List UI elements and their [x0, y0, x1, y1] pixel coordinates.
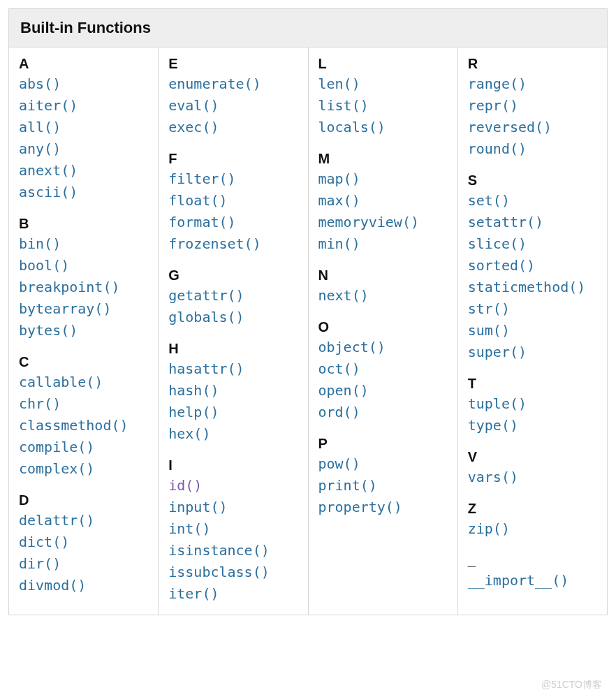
- function-link[interactable]: anext(): [19, 160, 148, 182]
- table-title: Built-in Functions: [9, 9, 608, 47]
- table-column: Aabs()aiter()all()any()anext()ascii()Bbi…: [9, 47, 159, 615]
- function-link[interactable]: repr(): [468, 95, 597, 117]
- letter-heading: _: [468, 552, 597, 568]
- builtin-functions-table: Built-in Functions Aabs()aiter()all()any…: [8, 8, 608, 615]
- function-link[interactable]: float(): [168, 190, 298, 212]
- function-link[interactable]: all(): [19, 117, 148, 138]
- letter-heading: B: [19, 216, 148, 232]
- function-link[interactable]: oct(): [318, 358, 448, 380]
- function-link[interactable]: str(): [468, 298, 597, 320]
- function-link[interactable]: chr(): [19, 393, 148, 415]
- function-link[interactable]: classmethod(): [19, 415, 148, 436]
- function-link[interactable]: issubclass(): [168, 562, 298, 583]
- letter-heading: Z: [468, 501, 597, 517]
- letter-heading: A: [19, 56, 148, 72]
- function-link[interactable]: pow(): [318, 453, 448, 475]
- function-link[interactable]: bool(): [19, 255, 148, 277]
- letter-heading: P: [318, 436, 448, 452]
- function-link[interactable]: set(): [468, 190, 597, 212]
- function-link[interactable]: super(): [468, 342, 597, 363]
- function-link[interactable]: open(): [318, 380, 448, 402]
- function-link[interactable]: hasattr(): [168, 358, 298, 380]
- letter-heading: C: [19, 354, 148, 370]
- function-link[interactable]: memoryview(): [318, 212, 448, 233]
- function-link[interactable]: round(): [468, 138, 597, 160]
- letter-heading: S: [468, 173, 597, 189]
- function-link[interactable]: len(): [318, 73, 448, 95]
- function-link[interactable]: frozenset(): [168, 233, 298, 255]
- letter-heading: I: [168, 457, 298, 474]
- letter-heading: H: [168, 341, 298, 357]
- function-link[interactable]: slice(): [468, 233, 597, 255]
- letter-heading: L: [318, 56, 448, 72]
- function-link[interactable]: filter(): [168, 168, 298, 190]
- letter-heading: E: [168, 56, 298, 72]
- function-link[interactable]: range(): [468, 73, 597, 95]
- function-link[interactable]: min(): [318, 233, 448, 255]
- function-link[interactable]: compile(): [19, 436, 148, 458]
- function-link[interactable]: locals(): [318, 117, 448, 138]
- watermark: @51CTO博客: [541, 679, 602, 691]
- function-link[interactable]: isinstance(): [168, 540, 298, 562]
- function-link[interactable]: dict(): [19, 531, 148, 553]
- function-link[interactable]: property(): [318, 497, 448, 518]
- function-link[interactable]: getattr(): [168, 285, 298, 307]
- function-link[interactable]: id(): [168, 475, 298, 497]
- table-column: Eenumerate()eval()exec()Ffilter()float()…: [159, 47, 308, 615]
- letter-heading: R: [468, 56, 597, 72]
- function-link[interactable]: eval(): [168, 95, 298, 117]
- function-link[interactable]: help(): [168, 402, 298, 423]
- function-link[interactable]: next(): [318, 285, 448, 307]
- function-link[interactable]: delattr(): [19, 510, 148, 531]
- function-link[interactable]: enumerate(): [168, 73, 298, 95]
- function-link[interactable]: bytes(): [19, 320, 148, 342]
- function-link[interactable]: sum(): [468, 320, 597, 342]
- table-column: Rrange()repr()reversed()round()Sset()set…: [457, 47, 607, 615]
- function-link[interactable]: sorted(): [468, 255, 597, 277]
- function-link[interactable]: vars(): [468, 467, 597, 488]
- function-link[interactable]: any(): [19, 138, 148, 160]
- function-link[interactable]: aiter(): [19, 95, 148, 117]
- letter-heading: V: [468, 449, 597, 465]
- function-link[interactable]: bin(): [19, 233, 148, 255]
- function-link[interactable]: abs(): [19, 73, 148, 95]
- function-link[interactable]: globals(): [168, 307, 298, 328]
- function-link[interactable]: ord(): [318, 402, 448, 423]
- function-link[interactable]: hex(): [168, 423, 298, 445]
- function-link[interactable]: bytearray(): [19, 298, 148, 320]
- function-link[interactable]: iter(): [168, 583, 298, 605]
- table-column: Llen()list()locals()Mmap()max()memoryvie…: [308, 47, 457, 615]
- function-link[interactable]: dir(): [19, 553, 148, 575]
- letter-heading: T: [468, 376, 597, 392]
- function-link[interactable]: type(): [468, 415, 597, 436]
- function-link[interactable]: ascii(): [19, 182, 148, 203]
- function-link[interactable]: staticmethod(): [468, 277, 597, 298]
- function-link[interactable]: setattr(): [468, 212, 597, 233]
- function-link[interactable]: __import__(): [468, 570, 597, 592]
- function-link[interactable]: int(): [168, 518, 298, 540]
- letter-heading: M: [318, 151, 448, 167]
- function-link[interactable]: format(): [168, 212, 298, 233]
- function-link[interactable]: object(): [318, 337, 448, 358]
- letter-heading: O: [318, 319, 448, 335]
- function-link[interactable]: divmod(): [19, 575, 148, 596]
- function-link[interactable]: reversed(): [468, 117, 597, 138]
- letter-heading: N: [318, 267, 448, 284]
- function-link[interactable]: print(): [318, 475, 448, 497]
- letter-heading: G: [168, 267, 298, 284]
- function-link[interactable]: map(): [318, 168, 448, 190]
- function-link[interactable]: exec(): [168, 117, 298, 138]
- function-link[interactable]: breakpoint(): [19, 277, 148, 298]
- function-link[interactable]: list(): [318, 95, 448, 117]
- letter-heading: D: [19, 492, 148, 508]
- function-link[interactable]: complex(): [19, 458, 148, 480]
- function-link[interactable]: input(): [168, 497, 298, 518]
- function-link[interactable]: hash(): [168, 380, 298, 402]
- function-link[interactable]: max(): [318, 190, 448, 212]
- letter-heading: F: [168, 151, 298, 167]
- function-link[interactable]: zip(): [468, 518, 597, 540]
- function-link[interactable]: callable(): [19, 372, 148, 393]
- function-link[interactable]: tuple(): [468, 393, 597, 415]
